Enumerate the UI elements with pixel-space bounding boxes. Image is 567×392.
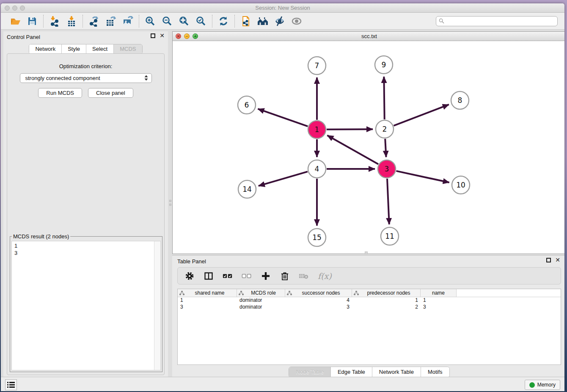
zoom-out-icon[interactable] bbox=[161, 15, 173, 28]
zoom-fit-icon[interactable] bbox=[178, 15, 190, 28]
svg-text:10: 10 bbox=[456, 181, 465, 189]
svg-text:2: 2 bbox=[383, 125, 387, 133]
content-area: Control Panel ✕ NetworkStyleSelectMCDS O… bbox=[1, 30, 564, 381]
hierarchy-icon bbox=[354, 291, 359, 295]
mcds-result-title: MCDS result (2 nodes) bbox=[12, 233, 70, 240]
node-11[interactable]: 11 bbox=[381, 227, 399, 245]
node-7[interactable]: 7 bbox=[308, 57, 326, 75]
cell-shared-name: 1 bbox=[178, 297, 237, 304]
task-history-button[interactable] bbox=[5, 379, 17, 390]
node-2[interactable]: 2 bbox=[376, 120, 394, 138]
hierarchy-icon bbox=[287, 291, 292, 295]
hierarchy-icon bbox=[239, 291, 244, 295]
edge-2-8[interactable] bbox=[394, 105, 449, 126]
column-header-predecessor-nodes[interactable]: predecessor nodes bbox=[352, 289, 421, 297]
import-network-icon[interactable] bbox=[48, 15, 61, 28]
edge-4-14[interactable] bbox=[259, 171, 308, 186]
result-scrollbar[interactable] bbox=[154, 241, 160, 370]
edge-2-9[interactable] bbox=[384, 77, 384, 119]
hierarchy-icon bbox=[179, 291, 184, 295]
clone-network-icon[interactable] bbox=[239, 15, 252, 28]
svg-text:9: 9 bbox=[382, 61, 386, 69]
add-column-icon[interactable] bbox=[261, 271, 271, 281]
node-15[interactable]: 15 bbox=[308, 229, 326, 246]
edge-1-2[interactable] bbox=[327, 129, 373, 130]
cell-MCDS-role: dominator bbox=[237, 304, 285, 311]
tab-edge-table[interactable]: Edge Table bbox=[331, 367, 372, 377]
table-row[interactable]: 3dominator323 bbox=[178, 304, 561, 311]
export-network-icon[interactable] bbox=[88, 15, 100, 28]
svg-text:15: 15 bbox=[312, 233, 322, 242]
open-folder-icon[interactable] bbox=[9, 15, 22, 28]
table-row[interactable]: 1dominator411 bbox=[178, 297, 561, 304]
edge-3-1[interactable] bbox=[327, 135, 378, 164]
node-14[interactable]: 14 bbox=[238, 180, 256, 198]
svg-text:11: 11 bbox=[385, 232, 394, 240]
search-icon bbox=[439, 18, 444, 24]
select-all-columns-icon[interactable] bbox=[223, 271, 233, 281]
node-4[interactable]: 4 bbox=[308, 160, 326, 178]
cell-name: 3 bbox=[421, 304, 457, 311]
table-panel-title: Table Panel bbox=[177, 258, 206, 265]
edge-1-6[interactable] bbox=[258, 109, 308, 126]
column-header-name[interactable]: name bbox=[421, 289, 457, 297]
float-table-panel-icon[interactable] bbox=[546, 258, 551, 262]
table-panel: Table Panel ✕ bbox=[172, 255, 564, 381]
node-1[interactable]: 1 bbox=[308, 121, 326, 138]
svg-text:8: 8 bbox=[458, 96, 462, 105]
zoom-selected-icon[interactable] bbox=[195, 15, 207, 28]
tab-network[interactable]: Network bbox=[29, 44, 62, 54]
tab-select[interactable]: Select bbox=[86, 44, 114, 54]
eye-icon[interactable] bbox=[290, 15, 303, 28]
search-input[interactable] bbox=[436, 16, 558, 26]
column-header-successor-nodes[interactable]: successor nodes bbox=[285, 289, 352, 297]
mcds-tab-content: Optimization criterion: strongly connect… bbox=[7, 53, 165, 375]
delete-column-icon[interactable] bbox=[280, 271, 290, 281]
tab-motifs[interactable]: Motifs bbox=[421, 367, 449, 377]
node-3[interactable]: 3 bbox=[378, 160, 396, 178]
optimization-criterion-select[interactable]: strongly connected component bbox=[20, 73, 152, 83]
horizontal-splitter-handle[interactable] bbox=[365, 251, 368, 254]
svg-text:7: 7 bbox=[315, 61, 319, 70]
close-panel-icon[interactable]: ✕ bbox=[160, 33, 165, 38]
float-panel-icon[interactable] bbox=[151, 33, 155, 38]
zoom-in-icon[interactable] bbox=[144, 15, 157, 28]
mcds-result-box: MCDS result (2 nodes) 1 3 bbox=[10, 233, 162, 372]
network-canvas[interactable]: 7968124314101511 bbox=[173, 41, 564, 254]
edge-3-10[interactable] bbox=[396, 171, 449, 182]
vertical-splitter-handle[interactable] bbox=[169, 200, 171, 208]
memory-status-icon bbox=[529, 382, 535, 388]
edge-3-11[interactable] bbox=[387, 179, 389, 224]
cell-shared-name: 3 bbox=[178, 304, 237, 311]
unselect-all-columns-icon[interactable] bbox=[242, 271, 252, 281]
hide-details-icon[interactable] bbox=[273, 15, 286, 28]
optimization-criterion-label: Optimization criterion: bbox=[7, 63, 164, 69]
fx-label: f(x) bbox=[318, 271, 332, 281]
function-builder-icon: f(x) bbox=[318, 271, 332, 281]
node-8[interactable]: 8 bbox=[451, 91, 469, 109]
tab-network-table[interactable]: Network Table bbox=[372, 367, 421, 377]
memory-button[interactable]: Memory bbox=[525, 380, 560, 390]
gear-icon[interactable] bbox=[184, 271, 195, 281]
tab-style[interactable]: Style bbox=[62, 44, 86, 54]
column-header-MCDS-role[interactable]: MCDS role bbox=[237, 289, 285, 297]
export-image-icon[interactable] bbox=[121, 15, 134, 28]
node-6[interactable]: 6 bbox=[238, 96, 256, 114]
run-mcds-button[interactable]: Run MCDS bbox=[38, 88, 82, 98]
edge-2-3[interactable] bbox=[385, 139, 386, 157]
column-header-shared-name[interactable]: shared name bbox=[178, 289, 237, 297]
node-10[interactable]: 10 bbox=[452, 176, 470, 194]
cell-predecessor-nodes: 2 bbox=[352, 304, 421, 311]
tab-mcds[interactable]: MCDS bbox=[114, 44, 142, 54]
control-panel-title: Control Panel bbox=[7, 34, 40, 40]
close-table-panel-icon[interactable]: ✕ bbox=[555, 258, 560, 262]
home-networks-icon[interactable] bbox=[256, 15, 269, 28]
tab-node-table[interactable]: Node Table bbox=[289, 367, 331, 377]
node-9[interactable]: 9 bbox=[375, 56, 393, 74]
save-icon[interactable] bbox=[26, 15, 39, 28]
export-table-icon[interactable] bbox=[105, 15, 117, 28]
import-table-icon[interactable] bbox=[65, 15, 78, 28]
close-panel-button[interactable]: Close panel bbox=[88, 88, 133, 98]
split-panel-icon[interactable] bbox=[204, 271, 214, 281]
refresh-layout-icon[interactable] bbox=[217, 15, 230, 28]
